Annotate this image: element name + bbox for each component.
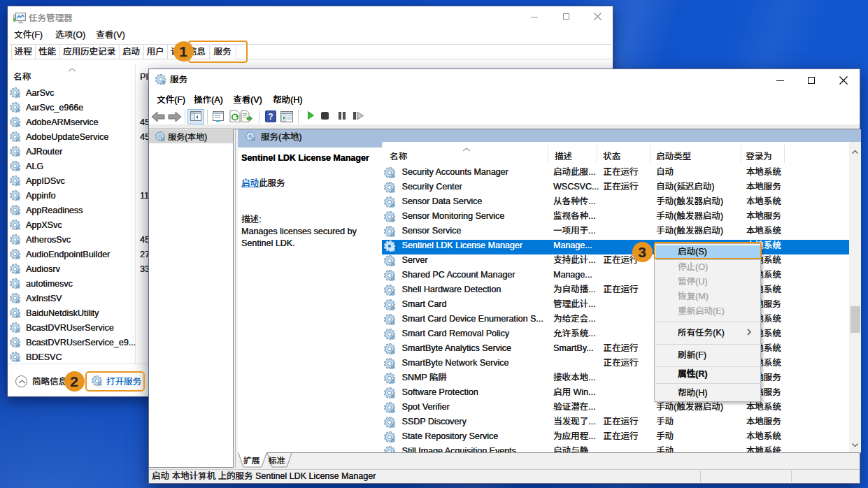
svg-text:?: ?: [268, 112, 273, 122]
